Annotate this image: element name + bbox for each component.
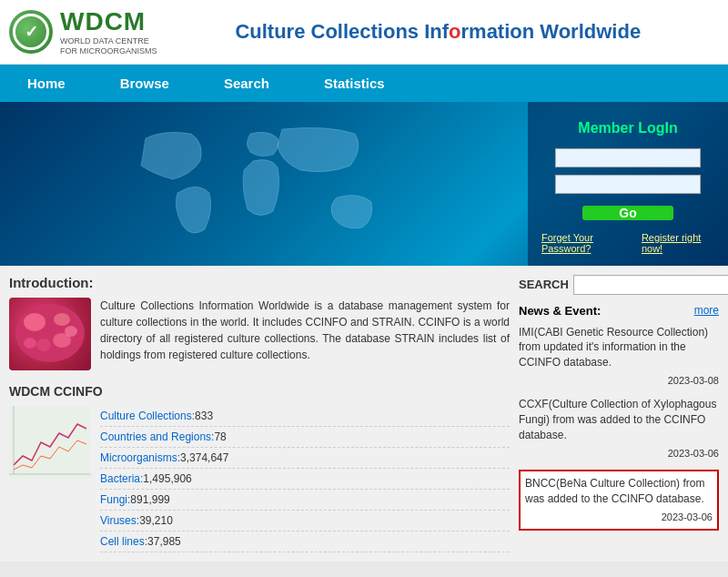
news-item-2-highlighted: BNCC(BeNa Culture Collection) from was a… <box>519 470 719 531</box>
logo-text: WDCM WORLD DATA CENTRE FOR MICROORGANISM… <box>60 7 157 56</box>
news-header: News & Event: more <box>519 304 719 318</box>
nav-home[interactable]: Home <box>0 65 93 102</box>
svg-point-7 <box>65 326 77 337</box>
stat-cell-lines: Cell lines: 37,985 <box>100 531 510 552</box>
svg-point-4 <box>36 339 51 351</box>
svg-point-5 <box>54 313 70 326</box>
nav-statistics[interactable]: Statistics <box>297 65 412 102</box>
main-nav: Home Browse Search Statistics <box>0 65 728 102</box>
right-panel: SEARCH GO News & Event: more IMI(CABI Ge… <box>519 275 719 552</box>
intro-title: Introduction: <box>9 275 510 290</box>
wdcm-title: WDCM CCINFO <box>9 384 510 399</box>
news-date-0: 2023-03-08 <box>519 374 719 388</box>
login-title: Member LogIn <box>578 120 677 137</box>
stat-culture-collections: Culture Collections: 833 <box>100 406 510 427</box>
svg-point-6 <box>24 338 36 349</box>
hero-banner: Member LogIn Go Forget Your Password? Re… <box>0 102 728 266</box>
hero-map <box>0 102 528 266</box>
nav-browse[interactable]: Browse <box>93 65 197 102</box>
register-link[interactable]: Register right now! <box>642 232 714 254</box>
forget-password-link[interactable]: Forget Your Password? <box>541 232 632 254</box>
password-input[interactable] <box>555 175 701 194</box>
stat-fungi: Fungi: 891,999 <box>100 490 510 511</box>
main-content: Introduction: Culture Collections Inform… <box>0 266 728 562</box>
left-panel: Introduction: Culture Collections Inform… <box>9 275 510 552</box>
nav-search[interactable]: Search <box>197 65 297 102</box>
stat-countries: Countries and Regions: 78 <box>100 427 510 448</box>
stat-bacteria: Bacteria: 1,495,906 <box>100 469 510 490</box>
site-title: Culture Collections Information Worldwid… <box>157 20 719 44</box>
world-map-svg <box>118 111 410 257</box>
news-date-1: 2023-03-06 <box>519 447 719 461</box>
logo-area: ✓ WDCM WORLD DATA CENTRE FOR MICROORGANI… <box>9 7 157 56</box>
intro-text: Culture Collections Information Worldwid… <box>100 298 510 370</box>
news-date-2: 2023-03-06 <box>525 511 713 524</box>
stat-viruses: Viruses: 39,210 <box>100 511 510 531</box>
logo-wdcm-text: WDCM <box>60 7 157 36</box>
login-panel: Member LogIn Go Forget Your Password? Re… <box>528 102 728 266</box>
logo-icon: ✓ <box>9 10 53 54</box>
sidebar-search-input[interactable] <box>573 275 728 295</box>
chart-stats-block: Culture Collections: 833 Countries and R… <box>9 406 510 552</box>
logo-subtitle: WORLD DATA CENTRE FOR MICROORGANISMS <box>60 36 157 56</box>
username-input[interactable] <box>555 148 701 167</box>
svg-point-2 <box>24 313 46 331</box>
login-links: Forget Your Password? Register right now… <box>541 232 714 254</box>
news-title: News & Event: <box>519 304 601 318</box>
news-more-link[interactable]: more <box>694 304 719 317</box>
stats-list: Culture Collections: 833 Countries and R… <box>100 406 510 552</box>
login-go-button[interactable]: Go <box>582 206 673 220</box>
sidebar-search-bar: SEARCH GO <box>519 275 719 295</box>
page-header: ✓ WDCM WORLD DATA CENTRE FOR MICROORGANI… <box>0 0 728 65</box>
bacteria-image <box>9 298 91 370</box>
search-label: SEARCH <box>519 278 569 291</box>
news-item-1: CCXF(Culture Collection of Xylophagous F… <box>519 397 719 461</box>
mini-chart-svg <box>9 406 91 479</box>
bacteria-svg <box>12 299 89 368</box>
svg-rect-8 <box>9 406 91 479</box>
stat-microorganisms: Microorganisms: 3,374,647 <box>100 448 510 469</box>
news-item-0: IMI(CABI Genetic Resource Collection) fr… <box>519 325 719 389</box>
mini-chart-area <box>9 406 91 552</box>
intro-block: Culture Collections Information Worldwid… <box>9 298 510 370</box>
